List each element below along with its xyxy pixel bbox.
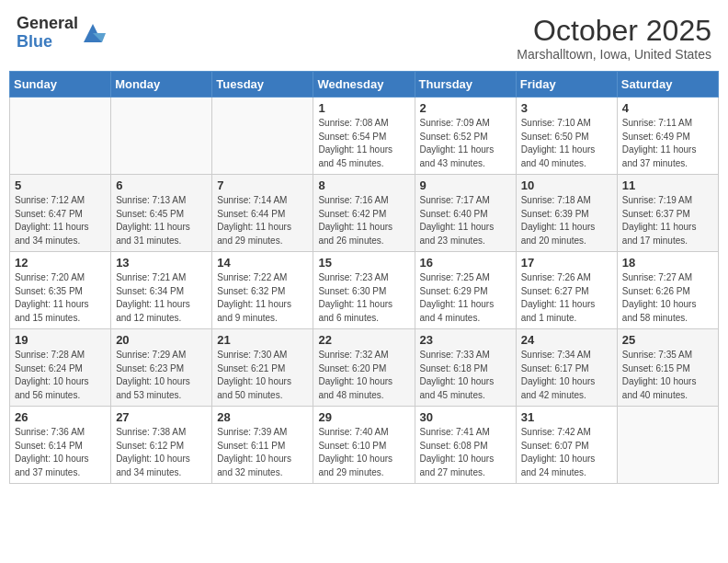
weekday-header-tuesday: Tuesday <box>212 72 313 98</box>
calendar-cell: 9Sunrise: 7:17 AMSunset: 6:40 PMDaylight… <box>415 175 516 252</box>
day-info: Sunrise: 7:08 AMSunset: 6:54 PMDaylight:… <box>318 117 409 170</box>
day-number: 4 <box>622 101 713 115</box>
logo-general-text: General <box>17 15 78 33</box>
month-title: October 2025 <box>517 15 711 47</box>
day-info: Sunrise: 7:30 AMSunset: 6:21 PMDaylight:… <box>217 349 308 402</box>
day-info: Sunrise: 7:40 AMSunset: 6:10 PMDaylight:… <box>318 426 409 479</box>
calendar-cell: 2Sunrise: 7:09 AMSunset: 6:52 PMDaylight… <box>415 98 516 175</box>
day-number: 29 <box>318 410 409 424</box>
day-number: 10 <box>521 178 612 192</box>
day-number: 21 <box>217 333 308 347</box>
day-info: Sunrise: 7:32 AMSunset: 6:20 PMDaylight:… <box>318 349 409 402</box>
day-info: Sunrise: 7:10 AMSunset: 6:50 PMDaylight:… <box>521 117 612 170</box>
day-info: Sunrise: 7:29 AMSunset: 6:23 PMDaylight:… <box>116 349 207 402</box>
calendar-table: SundayMondayTuesdayWednesdayThursdayFrid… <box>9 71 719 484</box>
day-number: 1 <box>318 101 409 115</box>
calendar-cell <box>212 98 313 175</box>
calendar-cell: 16Sunrise: 7:25 AMSunset: 6:29 PMDayligh… <box>415 252 516 329</box>
calendar-cell: 25Sunrise: 7:35 AMSunset: 6:15 PMDayligh… <box>617 329 718 407</box>
day-info: Sunrise: 7:38 AMSunset: 6:12 PMDaylight:… <box>116 426 207 479</box>
calendar-cell: 31Sunrise: 7:42 AMSunset: 6:07 PMDayligh… <box>516 407 617 484</box>
day-info: Sunrise: 7:33 AMSunset: 6:18 PMDaylight:… <box>420 349 511 402</box>
calendar-week-row: 12Sunrise: 7:20 AMSunset: 6:35 PMDayligh… <box>10 252 719 329</box>
day-info: Sunrise: 7:14 AMSunset: 6:44 PMDaylight:… <box>217 194 308 247</box>
day-number: 9 <box>420 178 511 192</box>
calendar-cell: 13Sunrise: 7:21 AMSunset: 6:34 PMDayligh… <box>111 252 212 329</box>
calendar-cell <box>111 98 212 175</box>
calendar-cell: 6Sunrise: 7:13 AMSunset: 6:45 PMDaylight… <box>111 175 212 252</box>
day-number: 6 <box>116 178 207 192</box>
calendar-cell: 10Sunrise: 7:18 AMSunset: 6:39 PMDayligh… <box>516 175 617 252</box>
day-info: Sunrise: 7:13 AMSunset: 6:45 PMDaylight:… <box>116 194 207 247</box>
title-block: October 2025 Marshalltown, Iowa, United … <box>517 15 711 62</box>
calendar-cell: 26Sunrise: 7:36 AMSunset: 6:14 PMDayligh… <box>10 407 111 484</box>
day-info: Sunrise: 7:28 AMSunset: 6:24 PMDaylight:… <box>15 349 106 402</box>
day-number: 13 <box>116 256 207 270</box>
day-number: 27 <box>116 410 207 424</box>
weekday-header-friday: Friday <box>516 72 617 98</box>
calendar-cell: 19Sunrise: 7:28 AMSunset: 6:24 PMDayligh… <box>10 329 111 407</box>
day-info: Sunrise: 7:36 AMSunset: 6:14 PMDaylight:… <box>15 426 106 479</box>
weekday-header-monday: Monday <box>111 72 212 98</box>
calendar-cell: 5Sunrise: 7:12 AMSunset: 6:47 PMDaylight… <box>10 175 111 252</box>
day-info: Sunrise: 7:25 AMSunset: 6:29 PMDaylight:… <box>420 271 511 325</box>
day-number: 5 <box>15 178 106 192</box>
calendar-cell: 20Sunrise: 7:29 AMSunset: 6:23 PMDayligh… <box>111 329 212 407</box>
calendar-cell: 18Sunrise: 7:27 AMSunset: 6:26 PMDayligh… <box>617 252 718 329</box>
day-info: Sunrise: 7:16 AMSunset: 6:42 PMDaylight:… <box>318 194 409 247</box>
calendar-week-row: 26Sunrise: 7:36 AMSunset: 6:14 PMDayligh… <box>10 407 719 484</box>
calendar-week-row: 19Sunrise: 7:28 AMSunset: 6:24 PMDayligh… <box>10 329 719 407</box>
day-number: 26 <box>15 410 106 424</box>
weekday-header-row: SundayMondayTuesdayWednesdayThursdayFrid… <box>10 72 719 98</box>
day-number: 12 <box>15 256 106 270</box>
calendar-cell: 17Sunrise: 7:26 AMSunset: 6:27 PMDayligh… <box>516 252 617 329</box>
logo-icon <box>80 20 106 46</box>
calendar-cell: 22Sunrise: 7:32 AMSunset: 6:20 PMDayligh… <box>313 329 415 407</box>
logo: General Blue <box>17 15 106 52</box>
calendar-cell: 27Sunrise: 7:38 AMSunset: 6:12 PMDayligh… <box>111 407 212 484</box>
day-number: 20 <box>116 333 207 347</box>
day-info: Sunrise: 7:23 AMSunset: 6:30 PMDaylight:… <box>318 271 409 325</box>
day-number: 2 <box>420 101 511 115</box>
day-info: Sunrise: 7:11 AMSunset: 6:49 PMDaylight:… <box>622 117 713 170</box>
day-info: Sunrise: 7:12 AMSunset: 6:47 PMDaylight:… <box>15 194 106 247</box>
calendar-cell: 3Sunrise: 7:10 AMSunset: 6:50 PMDaylight… <box>516 98 617 175</box>
day-number: 24 <box>521 333 612 347</box>
day-number: 28 <box>217 410 308 424</box>
day-info: Sunrise: 7:21 AMSunset: 6:34 PMDaylight:… <box>116 271 207 325</box>
location-text: Marshalltown, Iowa, United States <box>517 47 711 62</box>
day-number: 3 <box>521 101 612 115</box>
calendar-cell: 7Sunrise: 7:14 AMSunset: 6:44 PMDaylight… <box>212 175 313 252</box>
day-info: Sunrise: 7:26 AMSunset: 6:27 PMDaylight:… <box>521 271 612 325</box>
calendar-cell: 11Sunrise: 7:19 AMSunset: 6:37 PMDayligh… <box>617 175 718 252</box>
weekday-header-thursday: Thursday <box>415 72 516 98</box>
calendar-cell: 15Sunrise: 7:23 AMSunset: 6:30 PMDayligh… <box>313 252 415 329</box>
day-info: Sunrise: 7:09 AMSunset: 6:52 PMDaylight:… <box>420 117 511 170</box>
day-number: 16 <box>420 256 511 270</box>
page-header: General Blue October 2025 Marshalltown, … <box>9 9 719 63</box>
day-number: 25 <box>622 333 713 347</box>
day-info: Sunrise: 7:19 AMSunset: 6:37 PMDaylight:… <box>622 194 713 247</box>
day-number: 11 <box>622 178 713 192</box>
day-number: 19 <box>15 333 106 347</box>
logo-blue-text: Blue <box>17 33 78 52</box>
day-info: Sunrise: 7:18 AMSunset: 6:39 PMDaylight:… <box>521 194 612 247</box>
weekday-header-saturday: Saturday <box>617 72 718 98</box>
calendar-cell <box>617 407 718 484</box>
day-info: Sunrise: 7:35 AMSunset: 6:15 PMDaylight:… <box>622 349 713 402</box>
calendar-cell: 1Sunrise: 7:08 AMSunset: 6:54 PMDaylight… <box>313 98 415 175</box>
day-info: Sunrise: 7:27 AMSunset: 6:26 PMDaylight:… <box>622 271 713 325</box>
day-info: Sunrise: 7:22 AMSunset: 6:32 PMDaylight:… <box>217 271 308 325</box>
day-number: 31 <box>521 410 612 424</box>
day-number: 22 <box>318 333 409 347</box>
day-number: 23 <box>420 333 511 347</box>
day-number: 15 <box>318 256 409 270</box>
calendar-cell <box>10 98 111 175</box>
day-info: Sunrise: 7:39 AMSunset: 6:11 PMDaylight:… <box>217 426 308 479</box>
calendar-cell: 14Sunrise: 7:22 AMSunset: 6:32 PMDayligh… <box>212 252 313 329</box>
calendar-cell: 24Sunrise: 7:34 AMSunset: 6:17 PMDayligh… <box>516 329 617 407</box>
day-number: 18 <box>622 256 713 270</box>
calendar-cell: 21Sunrise: 7:30 AMSunset: 6:21 PMDayligh… <box>212 329 313 407</box>
day-info: Sunrise: 7:42 AMSunset: 6:07 PMDaylight:… <box>521 426 612 479</box>
calendar-cell: 12Sunrise: 7:20 AMSunset: 6:35 PMDayligh… <box>10 252 111 329</box>
